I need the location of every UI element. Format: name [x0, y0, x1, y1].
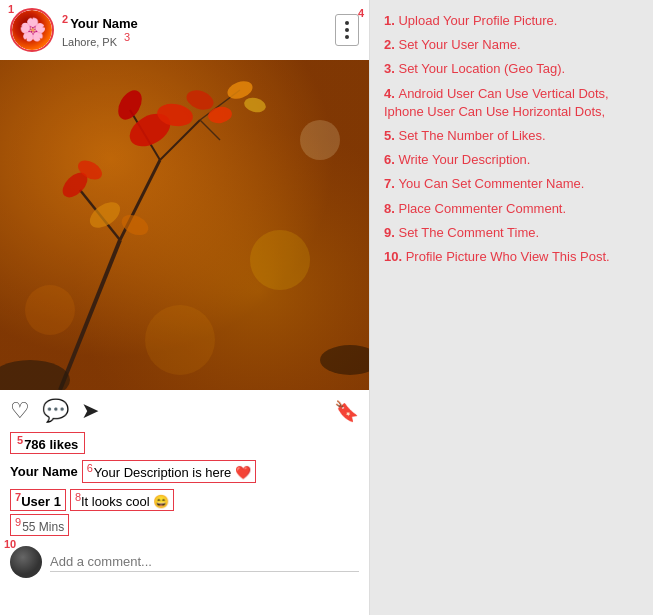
description-box: 6Your Description is here ❤️ — [82, 460, 256, 482]
badge-5: 5 — [17, 434, 23, 446]
post-header: 1 🌸 2Your Name Lahore, PK 3 4 — [0, 0, 369, 60]
likes-row: 5786 likes — [0, 432, 369, 458]
badge-3: 3 — [124, 31, 130, 43]
actions-left: ♡ 💬 ➤ — [10, 398, 99, 424]
comment-text-box: 8It looks cool 😄 — [70, 489, 174, 511]
bookmark-icon[interactable]: 🔖 — [334, 399, 359, 423]
instruction-item-2: 2. Set Your User Name. — [384, 36, 639, 54]
avatar-image: 🌸 — [12, 10, 52, 50]
heart-icon[interactable]: ♡ — [10, 398, 30, 424]
instruction-item-8: 8. Place Commenter Comment. — [384, 200, 639, 218]
dot-1 — [345, 21, 349, 25]
svg-point-23 — [300, 120, 340, 160]
avatar-ring: 🌸 — [10, 8, 54, 52]
username-display: 2Your Name — [62, 13, 335, 31]
instruction-item-3: 3. Set Your Location (Geo Tag). — [384, 60, 639, 78]
location-display: Lahore, PK 3 — [62, 31, 335, 48]
description-row: Your Name 6Your Description is here ❤️ — [0, 458, 369, 486]
actions-bar: ♡ 💬 ➤ 🔖 — [0, 390, 369, 432]
instruction-item-6: 6. Write Your Description. — [384, 151, 639, 169]
likes-box: 5786 likes — [10, 432, 85, 454]
dot-3 — [345, 35, 349, 39]
instruction-item-1: 1. Upload Your Profile Picture. — [384, 12, 639, 30]
comment-time-box: 955 Mins — [10, 514, 69, 536]
post-image-svg — [0, 60, 369, 390]
desc-username: Your Name — [10, 464, 78, 479]
instruction-item-4: 4. Android User Can Use Vertical Dots, I… — [384, 85, 639, 121]
comment-row: 7User 1 8It looks cool 😄 — [0, 487, 369, 513]
svg-point-24 — [145, 305, 215, 375]
badge-10: 10 — [4, 538, 16, 550]
add-comment-row: 10 — [0, 540, 369, 584]
svg-point-22 — [25, 285, 75, 335]
instruction-item-7: 7. You Can Set Commenter Name. — [384, 175, 639, 193]
time-row: 955 Mins — [0, 513, 369, 540]
post-image — [0, 60, 369, 390]
user-info: 2Your Name Lahore, PK 3 — [62, 13, 335, 48]
badge-4: 4 — [358, 7, 364, 19]
badge-2: 2 — [62, 13, 68, 25]
commenter-name-box: 7User 1 — [10, 489, 66, 511]
viewer-avatar: 10 — [10, 546, 42, 578]
instructions-list: 1. Upload Your Profile Picture.2. Set Yo… — [384, 12, 639, 266]
vertical-dots-button[interactable]: 4 — [335, 14, 359, 46]
instruction-item-10: 10. Profile Picture Who View This Post. — [384, 248, 639, 266]
badge-9: 9 — [15, 516, 21, 528]
instruction-item-5: 5. Set The Number of Likes. — [384, 127, 639, 145]
dot-2 — [345, 28, 349, 32]
avatar-wrapper: 1 🌸 — [10, 8, 54, 52]
comment-icon[interactable]: 💬 — [42, 398, 69, 424]
likes-count: 786 likes — [24, 437, 78, 452]
share-icon[interactable]: ➤ — [81, 398, 99, 424]
add-comment-input[interactable] — [50, 552, 359, 572]
instagram-post-panel: 1 🌸 2Your Name Lahore, PK 3 4 — [0, 0, 370, 615]
badge-1: 1 — [6, 4, 16, 15]
svg-point-21 — [250, 230, 310, 290]
instructions-panel: 1. Upload Your Profile Picture.2. Set Yo… — [370, 0, 653, 615]
badge-6: 6 — [87, 462, 93, 474]
instruction-item-9: 9. Set The Comment Time. — [384, 224, 639, 242]
